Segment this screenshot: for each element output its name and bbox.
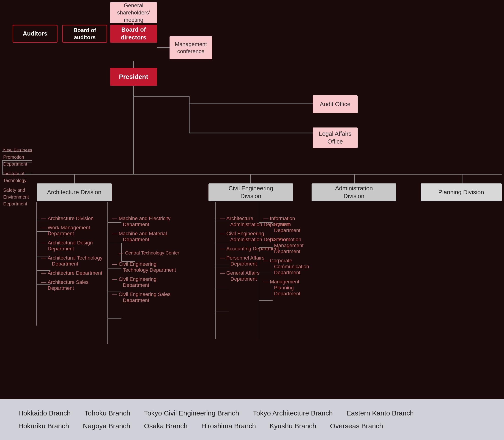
planning-sub-2: —DX Promotion Management Department	[264, 237, 346, 255]
architecture-division-box: Architecture Division	[37, 183, 112, 201]
audit-office-box: Audit Office	[313, 95, 358, 113]
arch-sub-3: —Architectural Design Department	[41, 240, 110, 252]
branch-tohoku: Tohoku Branch	[84, 409, 130, 417]
branches-footer: Hokkaido Branch Tohoku Branch Tokyo Civi…	[0, 399, 504, 440]
administration-division-label: Administration Division	[335, 185, 373, 200]
management-conference-label: Management conference	[175, 41, 207, 55]
planning-sub-list: —Information System Department —DX Promo…	[264, 216, 346, 300]
branch-overseas: Overseas Branch	[330, 422, 383, 430]
left-item-2: Institute ofTechnology	[3, 170, 33, 184]
civil-sub-4: —Civil Engineering Department	[112, 276, 209, 288]
civil-sub-5: —Civil Engineering Sales Department	[112, 291, 209, 303]
architecture-division-label: Architecture Division	[47, 189, 102, 196]
left-small-items: New BusinessPromotionDepartment Institut…	[3, 147, 33, 209]
board-of-directors-box: Board of directors	[110, 25, 157, 43]
general-shareholders-box: General shareholders' meeting	[110, 2, 157, 23]
branch-eastern-kanto: Eastern Kanto Branch	[346, 409, 414, 417]
board-of-auditors-label: Board of auditors	[63, 27, 106, 41]
left-item-3: Safety andEnvironment Department	[3, 187, 33, 207]
legal-affairs-box: Legal Affairs Office	[313, 127, 358, 148]
president-label: President	[119, 73, 148, 81]
general-shareholders-label: General shareholders' meeting	[110, 2, 157, 23]
arch-sub-5: —Architecture Department	[41, 270, 110, 276]
planning-sub-1: —Information System Department	[264, 216, 346, 234]
branch-tokyo-civil: Tokyo Civil Engineering Branch	[144, 409, 239, 417]
legal-affairs-label: Legal Affairs Office	[319, 130, 352, 146]
architecture-sub-list: —Architecture Division —Work Management …	[41, 216, 110, 294]
branch-hiroshima: Hiroshima Branch	[201, 422, 256, 430]
arch-sub-6: —Architecture Sales Department	[41, 279, 110, 291]
branch-hokkaido: Hokkaido Branch	[18, 409, 71, 417]
left-item-1: New BusinessPromotionDepartment	[3, 147, 33, 167]
civil-engineering-division-box: Civil Engineering Division	[209, 183, 293, 201]
planning-division-box: Planning Division	[421, 183, 502, 201]
auditors-label: Auditors	[23, 30, 47, 38]
planning-sub-4: —Management Planning Department	[264, 279, 346, 297]
civil-sub-3: —Civil Engineering Technology Department	[112, 261, 209, 273]
president-box: President	[110, 68, 157, 86]
board-of-directors-label: Board of directors	[110, 26, 157, 41]
branch-osaka: Osaka Branch	[144, 422, 188, 430]
civil-sub-1: —Machine and Electricity Department	[112, 216, 209, 227]
branch-tokyo-arch: Tokyo Architecture Branch	[253, 409, 333, 417]
planning-sub-3: —Corporate Communication Department	[264, 258, 346, 275]
branch-kyushu: Kyushu Branch	[270, 422, 316, 430]
auditors-box: Auditors	[13, 25, 57, 43]
branch-hokuriku: Hokuriku Branch	[18, 422, 69, 430]
branches-row-2: Hokuriku Branch Nagoya Branch Osaka Bran…	[18, 422, 486, 430]
civil-sub-2: —Machine and Material Department	[112, 231, 209, 243]
branch-nagoya: Nagoya Branch	[83, 422, 130, 430]
branches-row-1: Hokkaido Branch Tohoku Branch Tokyo Civi…	[18, 409, 486, 417]
planning-division-label: Planning Division	[438, 189, 484, 196]
civil-engineering-division-label: Civil Engineering Division	[228, 185, 273, 200]
administration-division-box: Administration Division	[312, 183, 396, 201]
arch-sub-1: —Architecture Division	[41, 216, 110, 221]
management-conference-box: Management conference	[170, 36, 212, 59]
arch-sub-4: —Architectural Technology Department	[41, 255, 110, 267]
audit-office-label: Audit Office	[320, 100, 350, 108]
arch-sub-2: —Work Management Department	[41, 225, 110, 237]
central-tech-center: —Central Technology Center	[112, 250, 209, 256]
civil-sub-list: —Machine and Electricity Department —Mac…	[112, 216, 209, 307]
board-of-auditors-box: Board of auditors	[62, 25, 107, 43]
